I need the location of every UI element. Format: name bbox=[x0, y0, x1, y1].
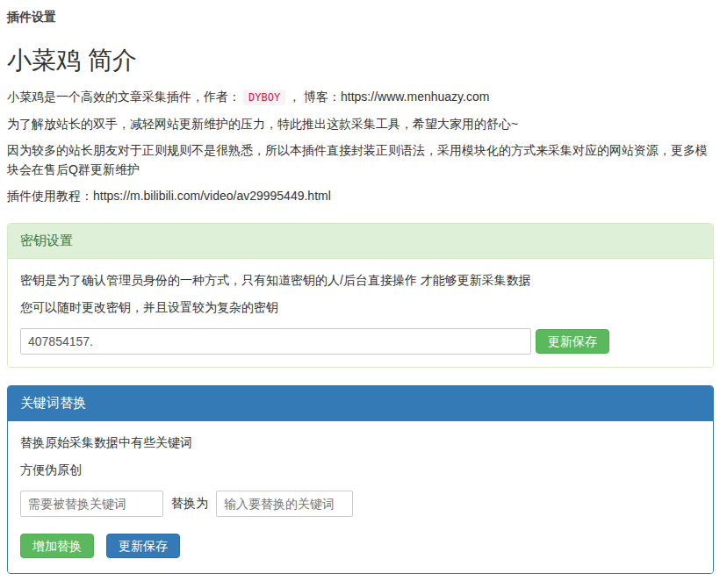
keyword-replace-desc-2: 方便伪原创 bbox=[20, 461, 701, 478]
keyword-replace-panel-title: 关键词替换 bbox=[8, 386, 713, 421]
author-badge: DYBOY bbox=[243, 90, 285, 105]
plugin-settings-page: 插件设置 小菜鸡 简介 小菜鸡是一个高效的文章采集插件，作者：DYBOY， 博客… bbox=[0, 0, 727, 588]
secret-key-panel-body: 密钥是为了确认管理员身份的一种方式，只有知道密钥的人/后台直接操作 才能够更新采… bbox=[8, 259, 713, 367]
breadcrumb: 插件设置 bbox=[7, 10, 714, 25]
keyword-source-input[interactable] bbox=[20, 491, 163, 517]
keyword-buttons-row: 增加替换 更新保存 bbox=[20, 534, 701, 558]
secret-key-form-row: 更新保存 bbox=[20, 328, 701, 355]
secret-key-desc-1: 密钥是为了确认管理员身份的一种方式，只有知道密钥的人/后台直接操作 才能够更新采… bbox=[20, 271, 701, 289]
keyword-replace-panel-body: 替换原始采集数据中有些关键词 方便伪原创 替换为 增加替换 更新保存 bbox=[8, 421, 713, 573]
page-title: 小菜鸡 简介 bbox=[7, 44, 714, 77]
tutorial-paragraph: 插件使用教程：https://m.bilibili.com/video/av29… bbox=[7, 186, 714, 205]
secret-key-input[interactable] bbox=[20, 328, 531, 355]
keyword-replace-form-row: 替换为 bbox=[20, 491, 701, 517]
secret-key-desc-2: 您可以随时更改密钥，并且设置较为复杂的密钥 bbox=[20, 298, 701, 316]
intro-text-before: 小菜鸡是一个高效的文章采集插件，作者： bbox=[7, 90, 241, 104]
module-paragraph: 因为较多的站长朋友对于正则规则不是很熟悉，所以本插件直接封装正则语法，采用模块化… bbox=[7, 140, 714, 179]
keyword-replace-panel: 关键词替换 替换原始采集数据中有些关键词 方便伪原创 替换为 增加替换 更新保存 bbox=[7, 385, 714, 574]
intro-text-after: ， 博客：https://www.menhuazy.com bbox=[288, 90, 489, 104]
purpose-paragraph: 为了解放站长的双手，减轻网站更新维护的压力，特此推出这款采集工具，希望大家用的舒… bbox=[7, 114, 714, 133]
replace-with-label: 替换为 bbox=[171, 496, 208, 512]
secret-key-save-button[interactable]: 更新保存 bbox=[536, 329, 609, 354]
secret-key-panel-title: 密钥设置 bbox=[8, 224, 713, 259]
add-replacement-button[interactable]: 增加替换 bbox=[20, 534, 94, 558]
intro-paragraph: 小菜鸡是一个高效的文章采集插件，作者：DYBOY， 博客：https://www… bbox=[7, 87, 714, 107]
secret-key-panel: 密钥设置 密钥是为了确认管理员身份的一种方式，只有知道密钥的人/后台直接操作 才… bbox=[7, 223, 714, 368]
keyword-save-button[interactable]: 更新保存 bbox=[106, 534, 180, 558]
keyword-replace-desc-1: 替换原始采集数据中有些关键词 bbox=[20, 434, 701, 451]
keyword-target-input[interactable] bbox=[216, 491, 353, 517]
